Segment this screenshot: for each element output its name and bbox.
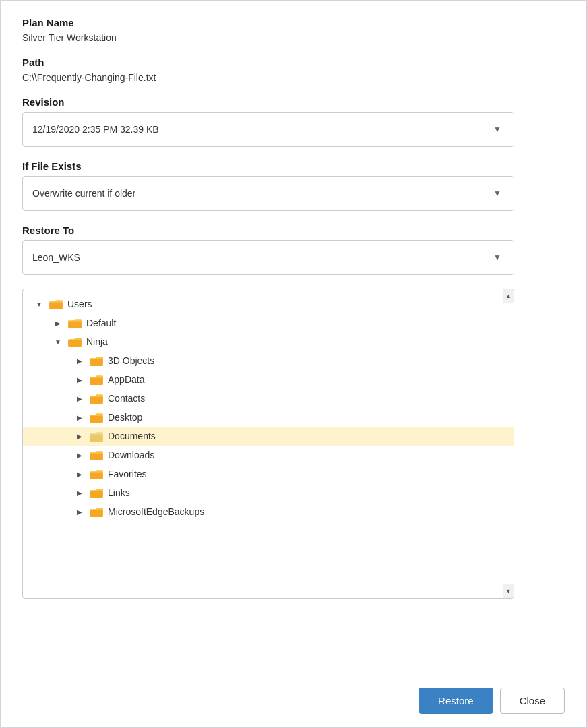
close-button[interactable]: Close: [500, 688, 565, 714]
svg-rect-11: [90, 509, 103, 517]
tree-item-favorites[interactable]: ▶ Favorites: [23, 464, 514, 483]
restore-to-chevron-icon: ▼: [491, 251, 504, 264]
tree-chevron-default[interactable]: ▶: [53, 317, 63, 329]
svg-rect-10: [90, 490, 103, 498]
folder-icon-default: [67, 317, 82, 329]
tree-item-default[interactable]: ▶ Default: [23, 313, 514, 332]
tree-label-ninja: Ninja: [86, 336, 108, 347]
path-value: C:\\Frequently-Changing-File.txt: [22, 72, 565, 83]
folder-icon-appdata: [89, 373, 104, 386]
path-label: Path: [22, 57, 565, 68]
tree-label-documents: Documents: [108, 431, 156, 442]
tree-item-documents[interactable]: ▶ Documents: [23, 427, 514, 446]
svg-rect-3: [90, 358, 103, 366]
restore-to-label: Restore To: [22, 224, 565, 236]
dialog-body: Plan Name Silver Tier Workstation Path C…: [1, 1, 586, 674]
tree-label-favorites: Favorites: [108, 468, 147, 479]
tree-chevron-documents[interactable]: ▶: [74, 430, 85, 442]
svg-rect-2: [68, 339, 82, 347]
folder-icon-favorites: [89, 468, 104, 480]
path-group: Path C:\\Frequently-Changing-File.txt: [22, 57, 565, 83]
restore-to-value: Leon_WKS: [32, 252, 479, 263]
restore-to-separator: [485, 247, 485, 268]
if-file-exists-chevron-icon: ▼: [491, 187, 504, 200]
tree-label-appdata: AppData: [108, 374, 144, 385]
tree-chevron-3dobjects[interactable]: ▶: [74, 355, 85, 367]
svg-rect-1: [68, 320, 82, 328]
tree-chevron-contacts[interactable]: ▶: [74, 392, 85, 404]
tree-item-contacts[interactable]: ▶ Contacts: [23, 389, 514, 408]
dialog: Plan Name Silver Tier Workstation Path C…: [0, 0, 587, 728]
tree-label-default: Default: [86, 317, 116, 328]
tree-label-contacts: Contacts: [108, 393, 145, 404]
tree-item-downloads[interactable]: ▶ Downloads: [23, 446, 514, 464]
scrollbar-up-arrow[interactable]: ▲: [503, 289, 514, 303]
revision-select[interactable]: 12/19/2020 2:35 PM 32.39 KB ▼: [22, 112, 514, 147]
plan-name-label: Plan Name: [22, 17, 565, 28]
svg-rect-0: [49, 301, 63, 309]
tree-label-microsoftedgebackups: MicrosoftEdgeBackups: [108, 506, 204, 517]
folder-icon-desktop: [89, 411, 104, 423]
if-file-exists-label: If File Exists: [22, 160, 565, 172]
revision-label: Revision: [22, 96, 565, 108]
svg-rect-8: [90, 452, 103, 460]
folder-icon-contacts: [89, 392, 104, 404]
folder-icon-microsoftedgebackups: [89, 506, 104, 518]
tree-chevron-favorites[interactable]: ▶: [74, 468, 85, 480]
revision-group: Revision 12/19/2020 2:35 PM 32.39 KB ▼: [22, 96, 565, 147]
folder-icon-documents: [89, 430, 104, 442]
svg-rect-9: [90, 471, 103, 479]
plan-name-value: Silver Tier Workstation: [22, 32, 565, 43]
restore-to-group: Restore To Leon_WKS ▼: [22, 224, 565, 275]
folder-icon-3dobjects: [89, 355, 104, 367]
tree-chevron-microsoftedgebackups[interactable]: ▶: [74, 506, 85, 518]
restore-button[interactable]: Restore: [419, 688, 493, 714]
tree-chevron-users[interactable]: ▼: [34, 298, 44, 310]
tree-label-downloads: Downloads: [108, 450, 154, 460]
tree-item-ninja[interactable]: ▼ Ninja: [23, 332, 514, 351]
svg-rect-4: [90, 377, 103, 385]
restore-to-select[interactable]: Leon_WKS ▼: [22, 240, 514, 275]
tree-chevron-desktop[interactable]: ▶: [74, 411, 85, 423]
tree-scroll[interactable]: ▼ Users▶ Default▼ Ninja▶ 3D Objects▶ App…: [23, 289, 514, 598]
tree-item-users[interactable]: ▼ Users: [23, 295, 514, 313]
tree-item-appdata[interactable]: ▶ AppData: [23, 370, 514, 389]
tree-group: ▲ ▼ Users▶ Default▼ Ninja▶ 3D Objects▶ A…: [22, 289, 565, 599]
folder-icon-users: [49, 298, 63, 310]
folder-icon-downloads: [89, 449, 104, 461]
if-file-exists-group: If File Exists Overwrite current if olde…: [22, 160, 565, 211]
svg-rect-5: [90, 396, 103, 404]
svg-rect-7: [90, 433, 103, 442]
dialog-footer: Restore Close: [1, 674, 586, 727]
revision-chevron-icon: ▼: [491, 123, 504, 136]
svg-rect-6: [90, 415, 103, 423]
tree-item-microsoftedgebackups[interactable]: ▶ MicrosoftEdgeBackups: [23, 502, 514, 521]
tree-item-desktop[interactable]: ▶ Desktop: [23, 408, 514, 427]
if-file-exists-value: Overwrite current if older: [32, 188, 479, 199]
if-file-exists-select[interactable]: Overwrite current if older ▼: [22, 176, 514, 211]
tree-label-desktop: Desktop: [108, 412, 142, 423]
scrollbar-down-arrow[interactable]: ▼: [503, 584, 514, 598]
revision-value: 12/19/2020 2:35 PM 32.39 KB: [32, 124, 479, 135]
tree-chevron-downloads[interactable]: ▶: [74, 449, 85, 461]
tree-item-3dobjects[interactable]: ▶ 3D Objects: [23, 351, 514, 370]
tree-chevron-ninja[interactable]: ▼: [53, 336, 63, 348]
plan-name-group: Plan Name Silver Tier Workstation: [22, 17, 565, 43]
tree-label-3dobjects: 3D Objects: [108, 355, 154, 366]
tree-item-links[interactable]: ▶ Links: [23, 483, 514, 502]
tree-container[interactable]: ▲ ▼ Users▶ Default▼ Ninja▶ 3D Objects▶ A…: [22, 289, 514, 599]
folder-icon-links: [89, 487, 104, 499]
revision-separator: [485, 119, 485, 140]
tree-chevron-links[interactable]: ▶: [74, 487, 85, 499]
tree-label-users: Users: [67, 299, 92, 309]
tree-label-links: Links: [108, 487, 130, 498]
if-file-exists-separator: [485, 183, 485, 204]
folder-icon-ninja: [67, 336, 82, 348]
tree-chevron-appdata[interactable]: ▶: [74, 373, 85, 386]
